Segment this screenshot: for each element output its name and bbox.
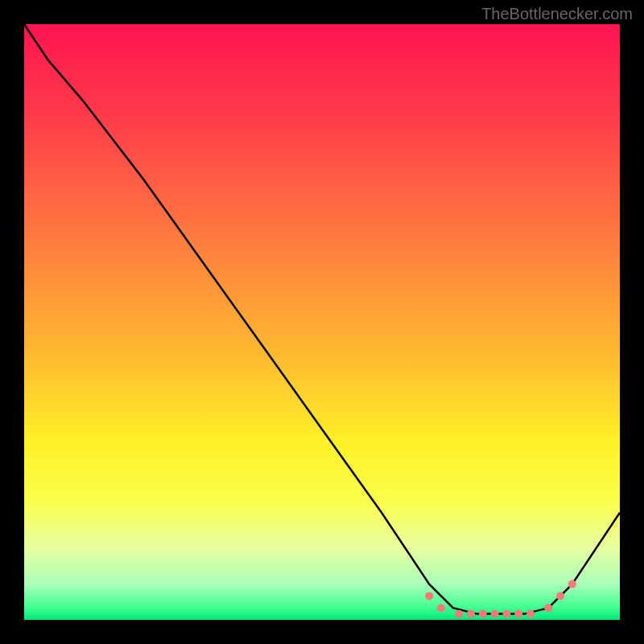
chart-frame: [24, 24, 620, 620]
chart-curve: [24, 24, 620, 620]
watermark-text: TheBottlenecker.com: [481, 5, 633, 23]
data-marker: [455, 610, 463, 618]
data-marker: [514, 610, 522, 618]
data-marker: [526, 610, 535, 618]
data-marker: [467, 610, 475, 618]
data-marker: [437, 604, 445, 612]
data-marker: [568, 580, 576, 588]
data-marker: [425, 592, 433, 600]
data-marker: [479, 610, 487, 618]
data-marker: [491, 610, 499, 618]
plot-area: [24, 24, 620, 620]
data-marker: [556, 592, 564, 600]
data-marker: [544, 604, 552, 612]
data-marker: [502, 610, 510, 618]
